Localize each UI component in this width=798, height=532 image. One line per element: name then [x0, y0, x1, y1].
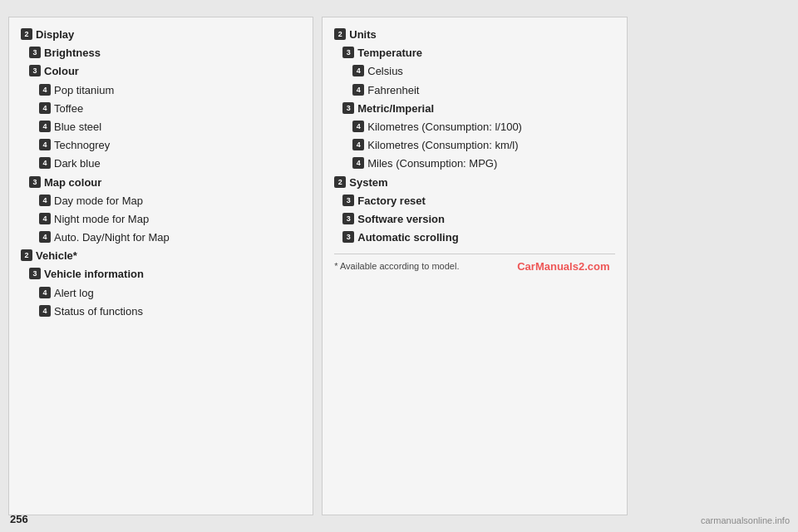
list-item: 4Celsius: [334, 64, 614, 79]
list-item: 3Temperature: [334, 46, 614, 61]
list-item: 4Alert log: [21, 286, 301, 301]
list-item: 4Auto. Day/Night for Map: [21, 230, 301, 245]
item-label: Toffee: [54, 101, 83, 116]
item-label: Status of functions: [54, 304, 143, 319]
item-label: Pop titanium: [54, 83, 114, 98]
list-item: 4Technogrey: [21, 138, 301, 153]
list-item: 3Brightness: [21, 46, 301, 61]
item-label: Factory reset: [357, 194, 426, 209]
level-badge: 2: [21, 28, 32, 40]
level-badge: 3: [342, 47, 354, 58]
item-label: Brightness: [44, 46, 101, 61]
list-item: 2Display: [21, 27, 301, 42]
item-label: Software version: [357, 212, 445, 227]
level-badge: 3: [342, 195, 354, 206]
list-item: 4Miles (Consumption: MPG): [334, 156, 614, 171]
page: 2Display3Brightness3Colour4Pop titanium4…: [0, 0, 798, 532]
level-badge: 4: [352, 157, 364, 169]
level-badge: 4: [39, 157, 51, 169]
level-badge: 2: [334, 28, 346, 40]
item-label: Colour: [44, 64, 79, 79]
level-badge: 4: [39, 84, 51, 96]
level-badge: 4: [352, 84, 364, 96]
list-item: 3Software version: [334, 212, 614, 227]
list-item: 2System: [334, 175, 614, 190]
item-label: Alert log: [54, 286, 94, 301]
list-item: 2Units: [334, 27, 614, 42]
list-item: 4Pop titanium: [21, 83, 301, 98]
item-label: Map colour: [44, 175, 101, 190]
level-badge: 2: [334, 176, 346, 188]
list-item: 4Blue steel: [21, 120, 301, 135]
level-badge: 4: [39, 102, 51, 114]
item-label: Automatic scrolling: [357, 230, 458, 245]
list-item: 4Fahrenheit: [334, 83, 614, 98]
level-badge: 3: [342, 213, 354, 224]
item-label: Metric/Imperial: [357, 101, 434, 116]
level-badge: 3: [29, 268, 41, 279]
item-label: Blue steel: [54, 120, 101, 135]
list-item: 4Day mode for Map: [21, 194, 301, 209]
item-label: Vehicle information: [44, 267, 144, 282]
item-label: Miles (Consumption: MPG): [367, 156, 497, 171]
item-label: Celsius: [367, 64, 403, 79]
level-badge: 4: [352, 65, 364, 76]
level-badge: 4: [39, 213, 51, 224]
item-label: Kilometres (Consumption: km/l): [367, 138, 518, 153]
list-item: 3Metric/Imperial: [334, 101, 614, 116]
list-item: 4Kilometres (Consumption: l/100): [334, 120, 614, 135]
item-label: Fahrenheit: [367, 83, 419, 98]
item-label: Units: [349, 27, 377, 42]
item-label: Kilometres (Consumption: l/100): [367, 120, 522, 135]
level-badge: 3: [29, 176, 41, 188]
item-label: Technogrey: [54, 138, 110, 153]
item-label: Temperature: [357, 46, 422, 61]
level-badge: 2: [21, 249, 32, 261]
list-item: 3Colour: [21, 64, 301, 79]
item-label: Night mode for Map: [54, 212, 149, 227]
level-badge: 3: [29, 65, 41, 76]
list-item: 3Factory reset: [334, 194, 614, 209]
item-label: Dark blue: [54, 156, 101, 171]
level-badge: 4: [39, 121, 51, 132]
list-item: 2Vehicle*: [21, 249, 301, 264]
right-panel: 2Units3Temperature4Celsius4Fahrenheit3Me…: [322, 17, 627, 515]
level-badge: 4: [352, 139, 364, 150]
list-item: 4Night mode for Map: [21, 212, 301, 227]
spacer-panel: [636, 17, 790, 515]
level-badge: 4: [352, 121, 364, 132]
level-badge: 4: [39, 139, 51, 150]
item-label: Display: [36, 27, 74, 42]
list-item: 3Map colour: [21, 175, 301, 190]
level-badge: 4: [39, 287, 51, 298]
level-badge: 4: [39, 195, 51, 206]
list-item: 4Status of functions: [21, 304, 301, 319]
level-badge: 4: [39, 305, 51, 317]
bottom-watermark: carmanualsonline.info: [701, 515, 790, 525]
level-badge: 3: [342, 231, 354, 243]
page-number: 256: [10, 513, 28, 525]
left-panel: 2Display3Brightness3Colour4Pop titanium4…: [8, 17, 313, 515]
item-label: Vehicle*: [36, 249, 77, 264]
level-badge: 4: [39, 231, 51, 243]
list-item: 3Vehicle information: [21, 267, 301, 282]
item-label: Auto. Day/Night for Map: [54, 230, 170, 245]
list-item: 4Kilometres (Consumption: km/l): [334, 138, 614, 153]
item-label: Day mode for Map: [54, 194, 143, 209]
level-badge: 3: [29, 47, 41, 58]
list-item: 4Dark blue: [21, 156, 301, 171]
footnote: * Available according to model.: [334, 254, 614, 271]
list-item: 3Automatic scrolling: [334, 230, 614, 245]
list-item: 4Toffee: [21, 101, 301, 116]
level-badge: 3: [342, 102, 354, 114]
item-label: System: [349, 175, 387, 190]
